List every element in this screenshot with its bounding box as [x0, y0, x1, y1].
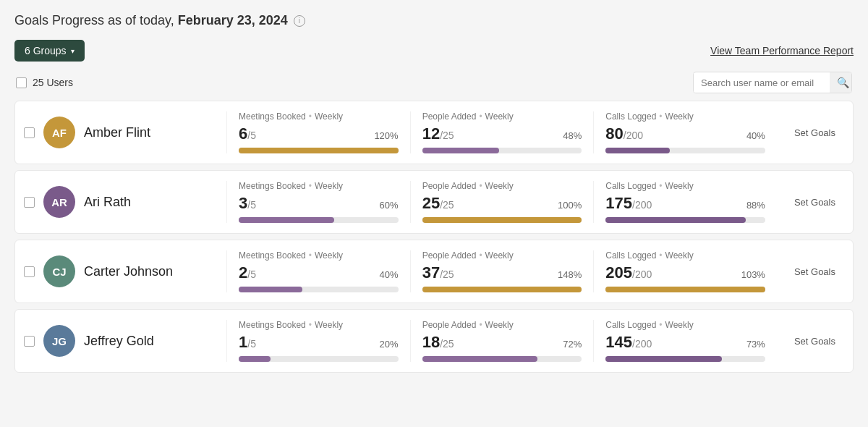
metric-goal: /5 — [247, 338, 256, 350]
metric-period: Weekly — [315, 250, 343, 261]
metric-label: Calls Logged•Weekly — [605, 181, 765, 191]
metric-value: 37/25 — [422, 263, 454, 282]
metric-period: Weekly — [485, 320, 514, 330]
metric-values: 175/200 88% — [605, 194, 765, 213]
metric-goal: /200 — [632, 199, 652, 211]
set-goals-button[interactable]: Set Goals — [788, 124, 841, 141]
metric-goal: /5 — [247, 130, 256, 141]
page-header: Goals Progress as of today, February 23,… — [14, 13, 854, 28]
metric-block: Calls Logged•Weekly 80/200 40% — [593, 111, 777, 153]
metric-goal: /5 — [247, 269, 256, 280]
dot: • — [479, 320, 482, 330]
page-container: Goals Progress as of today, February 23,… — [0, 0, 868, 427]
progress-bar-fill — [239, 287, 302, 292]
metric-label: Meetings Booked•Weekly — [239, 181, 399, 191]
metric-percent: 48% — [563, 130, 582, 141]
progress-bar-fill — [422, 217, 582, 223]
view-report-button[interactable]: View Team Performance Report — [710, 45, 854, 56]
metric-label-text: Calls Logged — [605, 181, 656, 191]
metric-block: Meetings Booked•Weekly 2/5 40% — [226, 250, 410, 292]
metric-value: 205/200 — [605, 263, 652, 282]
progress-bar-fill — [239, 356, 271, 362]
user-name: Jeffrey Gold — [84, 334, 154, 349]
dot: • — [659, 181, 662, 191]
user-name: Carter Johnson — [84, 264, 173, 279]
metric-block: Calls Logged•Weekly 175/200 88% — [593, 181, 777, 223]
metric-block: People Added•Weekly 18/25 72% — [410, 320, 594, 362]
progress-bar-fill — [605, 356, 722, 362]
search-input[interactable] — [694, 73, 830, 93]
chevron-down-icon: ▾ — [71, 47, 75, 55]
progress-bar-fill — [422, 287, 582, 292]
users-count-label: 25 Users — [33, 77, 73, 88]
progress-bar-bg — [422, 148, 582, 153]
progress-bar-fill — [605, 287, 765, 292]
metric-value: 175/200 — [605, 194, 652, 213]
metric-block: Meetings Booked•Weekly 6/5 120% — [226, 111, 410, 153]
metric-label-text: People Added — [422, 320, 477, 330]
search-button[interactable]: 🔍 — [830, 72, 852, 93]
metric-period: Weekly — [665, 111, 694, 122]
avatar: AR — [43, 186, 75, 218]
metric-period: Weekly — [315, 111, 343, 122]
metric-period: Weekly — [665, 181, 694, 191]
user-checkbox[interactable] — [24, 127, 35, 138]
dot: • — [479, 250, 482, 261]
metric-number: 37 — [422, 263, 440, 282]
metric-label-text: Meetings Booked — [239, 181, 306, 191]
metric-label: Calls Logged•Weekly — [605, 250, 765, 261]
metric-percent: 100% — [558, 200, 582, 211]
metric-value: 145/200 — [605, 333, 652, 352]
set-goals-button[interactable]: Set Goals — [788, 263, 841, 280]
metrics-area: Meetings Booked•Weekly 1/5 20% People Ad… — [226, 320, 777, 362]
metric-period: Weekly — [315, 181, 343, 191]
user-checkbox[interactable] — [24, 336, 35, 347]
user-row-left: CJCarter Johnson — [24, 255, 226, 287]
metric-value: 1/5 — [239, 333, 256, 352]
set-goals-button[interactable]: Set Goals — [788, 333, 841, 350]
metric-values: 25/25 100% — [422, 194, 582, 213]
metric-block: Meetings Booked•Weekly 3/5 60% — [226, 181, 410, 223]
metric-period: Weekly — [315, 320, 343, 330]
dot: • — [479, 181, 482, 191]
progress-bar-bg — [239, 287, 399, 292]
metric-label: Meetings Booked•Weekly — [239, 320, 399, 330]
metric-values: 6/5 120% — [239, 124, 399, 143]
user-checkbox[interactable] — [24, 266, 35, 277]
table-row: AFAmber FlintMeetings Booked•Weekly 6/5 … — [14, 101, 854, 164]
metric-percent: 148% — [558, 269, 582, 280]
metric-percent: 60% — [380, 200, 399, 211]
user-checkbox[interactable] — [24, 197, 35, 208]
progress-bar-bg — [422, 356, 582, 362]
groups-label: 6 Groups — [25, 45, 67, 56]
metric-label-text: Calls Logged — [605, 320, 656, 330]
metric-number: 1 — [239, 333, 247, 351]
dot: • — [309, 181, 312, 191]
metric-label: Meetings Booked•Weekly — [239, 111, 399, 122]
metric-values: 1/5 20% — [239, 333, 399, 352]
metric-number: 175 — [605, 194, 632, 212]
groups-button[interactable]: 6 Groups ▾ — [14, 40, 85, 62]
search-box: 🔍 — [693, 72, 852, 93]
user-name: Ari Rath — [84, 195, 131, 210]
metrics-area: Meetings Booked•Weekly 6/5 120% People A… — [226, 111, 777, 153]
metric-number: 205 — [605, 263, 632, 282]
dot: • — [309, 111, 312, 122]
set-goals-button[interactable]: Set Goals — [788, 194, 841, 211]
progress-bar-bg — [239, 217, 399, 223]
metric-block: Calls Logged•Weekly 145/200 73% — [593, 320, 777, 362]
metric-value: 12/25 — [422, 124, 454, 143]
info-icon[interactable]: i — [294, 15, 305, 27]
table-row: JGJeffrey GoldMeetings Booked•Weekly 1/5… — [14, 309, 854, 373]
metrics-area: Meetings Booked•Weekly 2/5 40% People Ad… — [226, 250, 777, 292]
metric-period: Weekly — [665, 250, 694, 261]
metric-block: Calls Logged•Weekly 205/200 103% — [593, 250, 777, 292]
metric-goal: /25 — [440, 199, 454, 211]
metric-value: 25/25 — [422, 194, 454, 213]
dot: • — [659, 250, 662, 261]
metric-label-text: People Added — [422, 181, 477, 191]
table-row: ARAri RathMeetings Booked•Weekly 3/5 60%… — [14, 170, 854, 234]
select-all-checkbox[interactable] — [16, 77, 27, 88]
metric-goal: /25 — [440, 130, 454, 141]
metric-values: 145/200 73% — [605, 333, 765, 352]
